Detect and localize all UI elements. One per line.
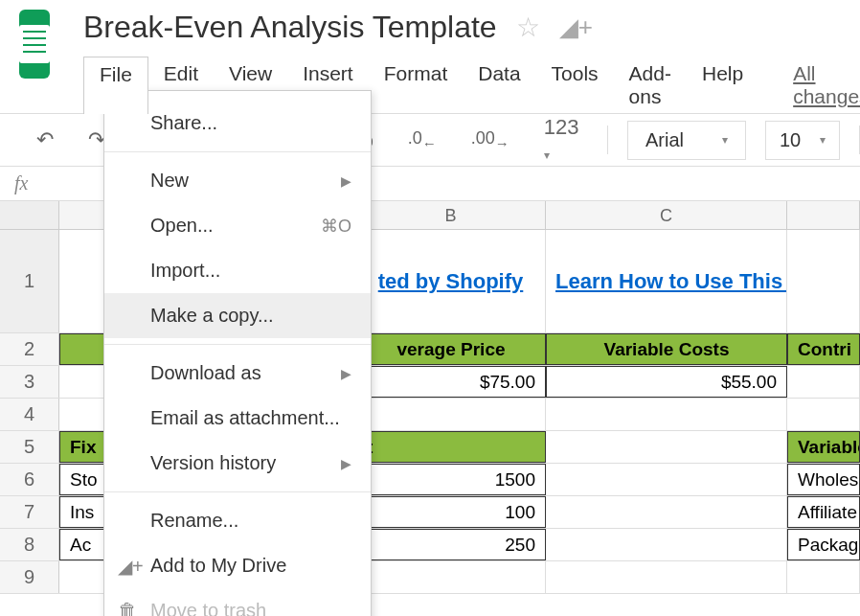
cell-d7[interactable]: Affiliate <box>787 496 860 528</box>
menu-move-to-trash: 🗑 Move to trash <box>104 588 371 616</box>
trash-icon: 🗑 <box>118 600 137 616</box>
row-header-9[interactable]: 9 <box>0 561 59 593</box>
cell-b1-link[interactable]: ted by Shopify <box>356 230 546 332</box>
cell-b9[interactable] <box>356 561 546 593</box>
row-header-7[interactable]: 7 <box>0 496 59 528</box>
document-title[interactable]: Break-Even Analysis Template <box>83 10 497 45</box>
keyboard-shortcut: ⌘O <box>321 216 351 237</box>
cell-d4[interactable] <box>787 399 860 430</box>
column-header-d[interactable] <box>787 201 860 229</box>
all-changes-link[interactable]: All changes <box>778 57 860 114</box>
drive-add-icon[interactable]: ◢+ <box>559 12 593 42</box>
font-size-selector[interactable]: 10 ▾ <box>765 121 840 160</box>
menu-tools[interactable]: Tools <box>536 57 614 114</box>
decrease-decimal-button[interactable]: .0← <box>400 125 444 155</box>
cell-d5[interactable]: Variable <box>787 431 860 463</box>
column-header-b[interactable]: B <box>356 201 546 229</box>
row-header-8[interactable]: 8 <box>0 529 59 560</box>
menu-download-as[interactable]: Download as ▶ <box>104 351 371 396</box>
cell-c8[interactable] <box>546 529 787 560</box>
cell-b3[interactable]: $75.00 <box>356 366 546 398</box>
menu-make-copy[interactable]: Make a copy... <box>104 293 371 338</box>
increase-decimal-button[interactable]: .00→ <box>464 125 517 155</box>
cell-c6[interactable] <box>546 464 787 495</box>
row-header-6[interactable]: 6 <box>0 464 59 495</box>
drive-icon: ◢+ <box>118 555 144 578</box>
menu-email-attachment[interactable]: Email as attachment... <box>104 396 371 441</box>
undo-button[interactable]: ↶ <box>29 124 61 156</box>
number-format-button[interactable]: 123 ▾ <box>536 111 588 169</box>
submenu-arrow-icon: ▶ <box>341 366 351 381</box>
font-selector[interactable]: Arial ▾ <box>627 121 746 160</box>
select-all-corner[interactable] <box>0 201 59 229</box>
cell-c5[interactable] <box>546 431 787 463</box>
cell-b7[interactable]: 100 <box>356 496 546 528</box>
cell-c1-link[interactable]: Learn How to Use This Sp <box>546 230 787 332</box>
star-icon[interactable]: ☆ <box>516 11 540 43</box>
menu-format[interactable]: Format <box>369 57 464 114</box>
cell-d8[interactable]: Packagi <box>787 529 860 560</box>
cell-c9[interactable] <box>546 561 787 593</box>
row-header-3[interactable]: 3 <box>0 366 59 398</box>
menu-data[interactable]: Data <box>463 57 535 114</box>
menu-addons[interactable]: Add-ons <box>614 57 687 114</box>
file-menu-dropdown: Share... New ▶ Open... ⌘O Import... Make… <box>103 90 372 616</box>
column-header-c[interactable]: C <box>546 201 787 229</box>
chevron-down-icon: ▾ <box>820 133 826 147</box>
cell-d9[interactable] <box>787 561 860 593</box>
cell-d2[interactable]: Contri <box>787 333 860 365</box>
submenu-arrow-icon: ▶ <box>341 456 351 471</box>
cell-c7[interactable] <box>546 496 787 528</box>
menu-import[interactable]: Import... <box>104 248 371 293</box>
cell-c2[interactable]: Variable Costs <box>546 333 787 365</box>
cell-b5[interactable]: t <box>356 431 546 463</box>
cell-d3[interactable] <box>787 366 860 398</box>
sheets-logo[interactable] <box>19 10 50 79</box>
cell-c4[interactable] <box>546 399 787 430</box>
row-header-4[interactable]: 4 <box>0 399 59 430</box>
cell-b2[interactable]: verage Price <box>356 333 546 365</box>
row-header-2[interactable]: 2 <box>0 333 59 365</box>
cell-c3[interactable]: $55.00 <box>546 366 787 398</box>
font-name: Arial <box>645 129 684 151</box>
submenu-arrow-icon: ▶ <box>341 173 351 189</box>
row-header-1[interactable]: 1 <box>0 230 59 332</box>
cell-b4[interactable] <box>356 399 546 430</box>
menu-version-history[interactable]: Version history ▶ <box>104 441 371 486</box>
menu-open[interactable]: Open... ⌘O <box>104 203 371 248</box>
menu-add-to-drive[interactable]: ◢+ Add to My Drive <box>104 543 371 588</box>
row-header-5[interactable]: 5 <box>0 431 59 463</box>
chevron-down-icon: ▾ <box>722 133 728 147</box>
cell-d1[interactable] <box>787 230 860 332</box>
menu-help[interactable]: Help <box>687 57 758 114</box>
menu-rename[interactable]: Rename... <box>104 498 371 543</box>
font-size-value: 10 <box>780 129 801 151</box>
fx-label: fx <box>14 172 28 194</box>
cell-b8[interactable]: 250 <box>356 529 546 560</box>
menu-new[interactable]: New ▶ <box>104 158 371 203</box>
cell-d6[interactable]: Wholesa <box>787 464 860 495</box>
menu-file[interactable]: File <box>83 57 148 114</box>
cell-b6[interactable]: 1500 <box>356 464 546 495</box>
